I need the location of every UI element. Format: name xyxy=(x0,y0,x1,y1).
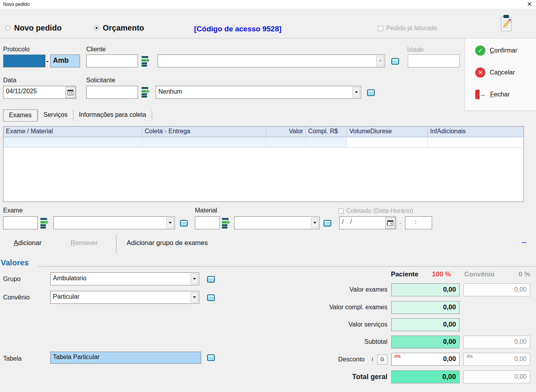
checkbox-icon[interactable] xyxy=(338,209,343,214)
desconto-g-button[interactable]: G xyxy=(377,354,387,365)
data-input[interactable]: 04/11/2025 15 xyxy=(3,86,76,99)
cliente-label: Cliente xyxy=(86,46,106,53)
solicitante-combo[interactable]: Nenhum xyxy=(156,86,361,99)
exame-lookup-icon[interactable] xyxy=(40,218,52,228)
solicitante-code-input[interactable] xyxy=(86,86,138,99)
protocolo-label: Protocolo xyxy=(3,46,30,53)
billed-checkbox[interactable]: Pedido já faturado xyxy=(378,25,437,32)
solicitante-lookup-icon[interactable] xyxy=(142,87,153,97)
grupo-window-button[interactable] xyxy=(207,276,215,283)
col-coleta-entrega[interactable]: Coleta - Entrega xyxy=(142,127,266,137)
subtotal-label: Subtotal xyxy=(274,338,387,345)
radio-orcamento[interactable]: Orçamento xyxy=(94,24,144,33)
solicitante-window-button[interactable] xyxy=(367,89,375,96)
close-icon[interactable]: ✕ xyxy=(527,0,532,8)
coletado-time-input[interactable]: : xyxy=(405,216,432,229)
convenio-label: Convênio xyxy=(3,294,30,301)
convenio-combo[interactable]: Particular xyxy=(50,291,199,304)
convenio-window-button[interactable] xyxy=(207,294,215,301)
desconto-paciente-value: 0,00 xyxy=(443,355,456,363)
cancel-button[interactable]: ✕ Cancelar xyxy=(475,67,515,78)
coletado-checkbox[interactable]: Coletado (Data-Horário) xyxy=(338,207,413,214)
idade-input[interactable] xyxy=(408,54,460,67)
data-calendar-button[interactable]: 15 xyxy=(65,87,75,98)
coletado-calendar-button[interactable]: 15 xyxy=(385,217,395,229)
button-separator xyxy=(116,235,116,253)
tabela-input[interactable]: Tabela Particular xyxy=(50,352,201,364)
coletado-checkbox-label: Coletado (Data-Horário) xyxy=(346,207,413,214)
radio-checked-icon[interactable] xyxy=(94,25,99,31)
exame-window-button[interactable] xyxy=(180,220,188,227)
col-compl-rs[interactable]: Compl. R$ xyxy=(306,127,347,137)
remover-button[interactable]: Remover xyxy=(71,239,98,247)
protocolo-dash: - xyxy=(46,57,49,65)
radio-unchecked-icon[interactable] xyxy=(5,25,11,31)
exams-table-header: Exame / Material Coleta - Entrega Valor … xyxy=(4,127,523,137)
solicitante-label: Solicitante xyxy=(86,77,115,84)
coletado-date-value: / / xyxy=(342,218,354,225)
desconto-paciente[interactable]: 0% 0,00 xyxy=(391,353,460,366)
table-row[interactable] xyxy=(4,137,523,148)
col-volume-diurese[interactable]: VolumeDiurese xyxy=(347,127,428,137)
exame-label: Exame xyxy=(3,207,23,214)
cliente-window-button[interactable] xyxy=(391,58,399,65)
confirm-button[interactable]: ✓ Confirmar xyxy=(475,45,517,56)
desconto-i-label: I xyxy=(372,356,373,362)
tab-servicos[interactable]: Serviços xyxy=(38,109,73,122)
protocolo-suffix-input[interactable]: Amb xyxy=(50,54,80,67)
exams-table: Exame / Material Coleta - Entrega Valor … xyxy=(3,126,524,202)
convenio-percent: 0 % xyxy=(506,270,530,278)
paciente-header: Paciente xyxy=(391,270,418,278)
desconto-paciente-pct: 0% xyxy=(394,354,401,359)
convenio-combo-value: Particular xyxy=(53,293,80,300)
grupo-combo[interactable]: Ambulatorio xyxy=(50,272,199,285)
desconto-convenio: 0% 0,00 xyxy=(463,353,530,366)
radio-orcamento-label: Orçamento xyxy=(103,24,144,33)
material-combo[interactable] xyxy=(234,216,320,229)
checkbox-icon[interactable] xyxy=(378,26,383,31)
cliente-lookup-icon[interactable] xyxy=(142,56,153,66)
material-window-button[interactable] xyxy=(323,220,331,227)
solicitante-combo-value: Nenhum xyxy=(158,88,182,95)
billed-checkbox-label: Pedido já faturado xyxy=(386,25,437,32)
exame-code-input[interactable] xyxy=(3,216,38,229)
door-exit-icon: → xyxy=(475,89,486,100)
subtotal-paciente: 0,00 xyxy=(391,336,460,348)
tabela-label: Tabela xyxy=(3,355,22,362)
grupo-combo-arrow[interactable] xyxy=(191,274,198,284)
col-inf-adicionais[interactable]: InfAdicionais xyxy=(428,127,523,137)
material-combo-arrow[interactable] xyxy=(311,218,318,228)
coletado-separator: - xyxy=(399,220,401,226)
col-exame-material[interactable]: Exame / Material xyxy=(4,127,142,137)
grupo-label: Grupo xyxy=(3,276,20,283)
solicitante-combo-arrow[interactable] xyxy=(352,87,360,98)
valores-section-title: Valores xyxy=(1,258,29,267)
cancel-label: Cancelar xyxy=(490,69,515,76)
valor-compl-label: Valor compl. exames xyxy=(274,304,387,311)
radio-novo-pedido[interactable]: Novo pedido xyxy=(5,24,62,33)
calendar-icon: 15 xyxy=(67,90,73,95)
header-divider xyxy=(0,38,465,38)
clipboard-pencil-icon xyxy=(499,14,514,32)
valores-section-line xyxy=(38,266,536,267)
exame-combo-arrow[interactable] xyxy=(166,218,174,228)
material-lookup-icon[interactable] xyxy=(222,218,234,228)
tabela-window-button[interactable] xyxy=(207,354,215,361)
close-form-button[interactable]: → Fechar xyxy=(475,89,510,100)
exame-combo[interactable] xyxy=(53,216,175,229)
coletado-date-input[interactable]: / / 15 xyxy=(339,216,396,229)
cliente-combo[interactable] xyxy=(158,54,385,67)
cliente-code-input[interactable] xyxy=(86,54,138,67)
tab-informacoes-coleta[interactable]: Informações para coleta xyxy=(73,109,152,122)
col-valor[interactable]: Valor xyxy=(266,127,306,137)
protocolo-input[interactable] xyxy=(3,54,45,67)
idade-label: Idade xyxy=(407,46,424,54)
cancel-x-icon: ✕ xyxy=(475,67,485,78)
tab-exames[interactable]: Exames xyxy=(3,109,38,122)
convenio-combo-arrow[interactable] xyxy=(191,292,198,303)
dashes-link[interactable]: -- xyxy=(522,238,526,246)
adicionar-button[interactable]: Adicionar xyxy=(14,239,42,247)
cliente-combo-arrow[interactable] xyxy=(376,56,384,66)
adicionar-grupo-button[interactable]: Adicionar grupo de exames xyxy=(127,239,208,247)
material-code-input[interactable] xyxy=(195,216,220,229)
